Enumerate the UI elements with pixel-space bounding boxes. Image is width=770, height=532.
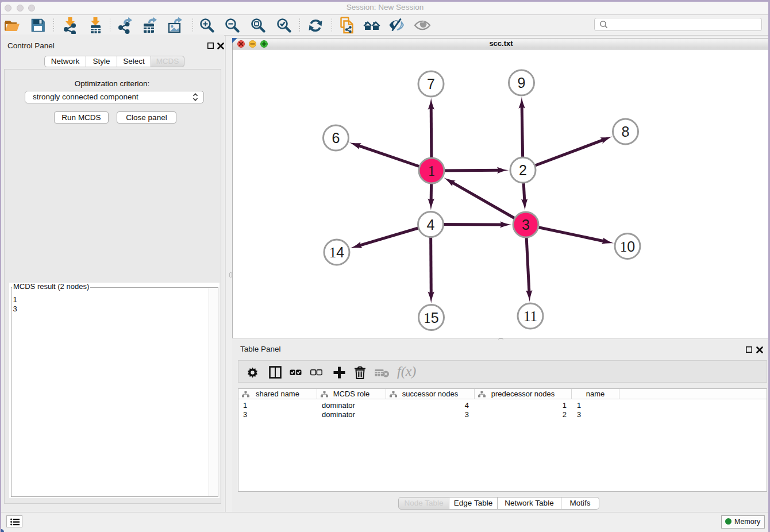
svg-text:15: 15: [424, 310, 438, 326]
svg-text:10: 10: [620, 238, 635, 255]
svg-text:1: 1: [428, 163, 436, 179]
svg-text:14: 14: [329, 244, 345, 260]
svg-text:9: 9: [518, 75, 526, 91]
svg-text:4: 4: [427, 217, 435, 233]
svg-text:3: 3: [522, 217, 530, 233]
svg-text:8: 8: [622, 124, 630, 140]
svg-text:11: 11: [523, 309, 537, 324]
svg-text:6: 6: [332, 130, 340, 146]
svg-text:7: 7: [427, 76, 435, 92]
svg-text:2: 2: [519, 162, 527, 178]
